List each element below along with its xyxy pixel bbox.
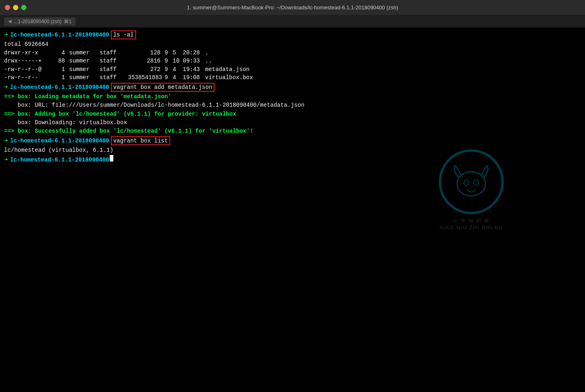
- watermark-text: 小 牛 知 识 库XIAO NIU ZHI SHI KU: [440, 218, 503, 232]
- output-adding: ==> box: Adding box 'lc/homestead' (v6.1…: [4, 110, 581, 118]
- traffic-lights: [5, 5, 26, 10]
- cmd-2: vagrant box add metadata.json: [111, 83, 215, 91]
- prompt-dir-3: lc-homestead-6.1.1-2018090400: [10, 137, 109, 145]
- minimize-button[interactable]: [13, 5, 18, 10]
- maximize-button[interactable]: [21, 5, 26, 10]
- prompt-dir-2: lc-homestead-6.1.1-2018090400: [10, 83, 109, 91]
- prompt-arrow-3-icon: ➜: [4, 137, 8, 146]
- cmd-3: vagrant box list: [111, 137, 170, 145]
- prompt-arrow-final-icon: ➜: [4, 156, 8, 165]
- terminal-content[interactable]: ➜ lc-homestead-6.1.1-2018090400 ls -al t…: [0, 28, 585, 392]
- ls-row-4: -rw-r--r-- 1 summer staff 3538541883 9 4…: [4, 73, 581, 82]
- output-url-text: box: URL: file:///Users/summer/Downloads…: [4, 101, 304, 109]
- output-total: total 6926664: [4, 40, 48, 48]
- prompt-arrow-2-icon: ➜: [4, 83, 8, 92]
- output-loading-text: ==> box: Loading metadata for box 'metad…: [4, 93, 171, 101]
- tab-arrow-icon: ◀: [8, 19, 11, 24]
- ls-row-1: drwxr-xr-x 4 summer staff 128 9 5 20:28 …: [4, 49, 581, 57]
- output-downloading-text: box: Downloading: virtualbox.box: [4, 118, 127, 127]
- tab-1[interactable]: ◀ ...1-2018090400 (zsh) ⌘1: [4, 17, 76, 26]
- svg-point-2: [474, 180, 479, 185]
- cmd-highlighted-2: vagrant box add metadata.json: [111, 83, 215, 92]
- cmd-highlighted-1: ls -al: [111, 30, 136, 39]
- close-button[interactable]: [5, 5, 10, 10]
- terminal-line-1: ➜ lc-homestead-6.1.1-2018090400 ls -al: [4, 31, 581, 40]
- window-title: 1. summer@Summers-MacBook-Pro: ~/Downloa…: [187, 4, 398, 11]
- tab-bar: ◀ ...1-2018090400 (zsh) ⌘1: [0, 15, 585, 28]
- prompt-dir-1: lc-homestead-6.1.1-2018090400: [10, 31, 109, 39]
- ls-row-3: -rw-r--r--@ 1 summer staff 272 9 4 19:43…: [4, 65, 581, 73]
- output-url: box: URL: file:///Users/summer/Downloads…: [4, 101, 581, 109]
- svg-point-0: [457, 172, 485, 196]
- terminal-line-final: ➜ lc-homestead-6.1.1-2018090400: [4, 155, 581, 165]
- terminal-line-total: total 6926664: [4, 40, 581, 48]
- terminal-window: 1. summer@Summers-MacBook-Pro: ~/Downloa…: [0, 0, 585, 392]
- output-downloading: box: Downloading: virtualbox.box: [4, 118, 581, 127]
- terminal-line-3: ➜ lc-homestead-6.1.1-2018090400 vagrant …: [4, 137, 581, 146]
- output-adding-text: ==> box: Adding box 'lc/homestead' (v6.1…: [4, 110, 236, 118]
- output-success: ==> box: Successfully added box 'lc/home…: [4, 127, 581, 135]
- output-loading: ==> box: Loading metadata for box 'metad…: [4, 93, 581, 101]
- output-box-list-text: lc/homestead (virtualbox, 6.1.1): [4, 146, 113, 154]
- output-box-list: lc/homestead (virtualbox, 6.1.1): [4, 146, 581, 154]
- cursor: [110, 155, 113, 162]
- prompt-arrow-icon: ➜: [4, 31, 8, 40]
- cmd-highlighted-3: vagrant box list: [111, 136, 170, 145]
- tab-label: ...1-2018090400 (zsh): [14, 19, 61, 24]
- ls-row-2: drwx------+ 88 summer staff 2816 9 10 09…: [4, 57, 581, 65]
- prompt-dir-final: lc-homestead-6.1.1-2018090400: [10, 156, 109, 164]
- tab-shortcut: ⌘1: [64, 19, 72, 24]
- cmd-1: ls -al: [111, 31, 136, 39]
- terminal-line-2: ➜ lc-homestead-6.1.1-2018090400 vagrant …: [4, 83, 581, 92]
- title-bar: 1. summer@Summers-MacBook-Pro: ~/Downloa…: [0, 0, 585, 15]
- output-success-text: ==> box: Successfully added box 'lc/home…: [4, 127, 253, 135]
- watermark-logo-icon: [447, 157, 496, 206]
- svg-point-1: [464, 180, 469, 185]
